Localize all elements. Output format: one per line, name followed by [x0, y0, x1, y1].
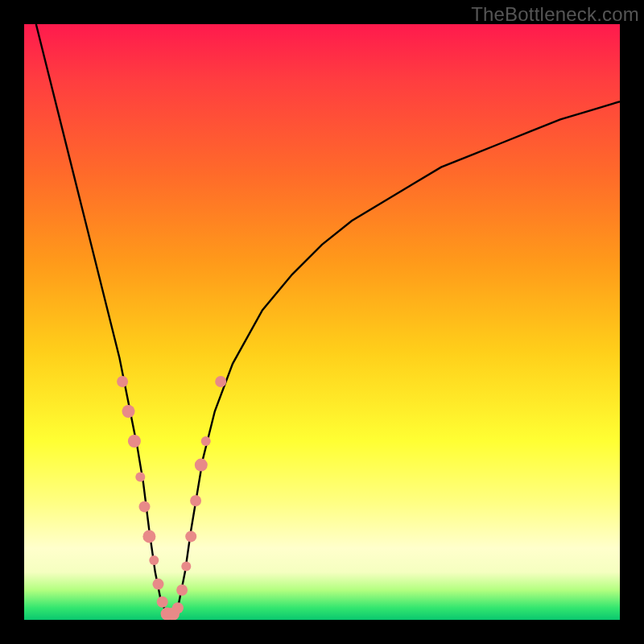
curve-marker [122, 405, 135, 418]
bottleneck-curve [36, 24, 620, 614]
watermark-text: TheBottleneck.com [471, 3, 639, 26]
curve-marker [153, 579, 164, 590]
plot-area [24, 24, 620, 620]
curve-marker [149, 555, 159, 565]
curve-marker [135, 472, 145, 481]
curve-marker [195, 459, 208, 472]
curve-marker [117, 376, 128, 387]
curve-marker [201, 436, 211, 446]
curve-marker [176, 584, 188, 596]
chart-frame: TheBottleneck.com [0, 0, 644, 644]
marker-group [117, 376, 226, 620]
curve-marker [139, 501, 151, 512]
curve-marker [172, 602, 184, 613]
curve-marker [185, 530, 196, 542]
curve-marker [190, 495, 201, 506]
curve-marker [128, 435, 141, 448]
curve-marker [215, 376, 226, 387]
curve-marker [142, 530, 155, 543]
curve-marker [181, 561, 191, 571]
curve-svg [24, 24, 620, 620]
curve-marker [157, 597, 168, 608]
